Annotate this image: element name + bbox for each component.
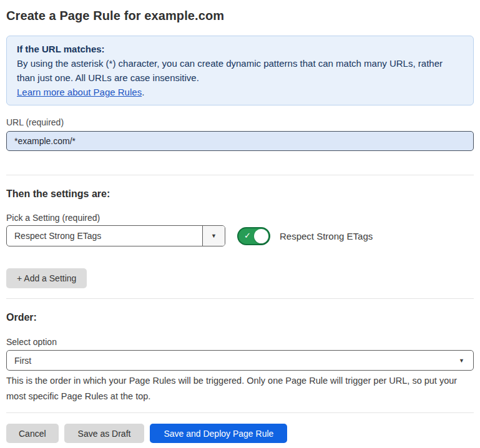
settings-section-heading: Then the settings are: (6, 188, 474, 200)
divider (6, 412, 474, 413)
save-as-draft-button[interactable]: Save as Draft (64, 424, 145, 443)
url-input-value: *example.com/* (14, 136, 76, 146)
etags-toggle-label: Respect Strong ETags (280, 231, 373, 241)
chevron-down-icon: ▼ (211, 233, 217, 239)
link-suffix: . (142, 87, 144, 97)
learn-more-link[interactable]: Learn more about Page Rules (17, 87, 142, 97)
divider (6, 298, 474, 299)
divider (6, 175, 474, 175)
url-field-label: URL (required) (6, 117, 474, 128)
create-page-rule-form: Create a Page Rule for example.com If th… (0, 6, 480, 443)
footer-actions: Cancel Save as Draft Save and Deploy Pag… (6, 424, 474, 443)
order-select-value: First (14, 356, 459, 366)
order-help-text: This is the order in which your Page Rul… (6, 373, 474, 404)
save-and-deploy-button[interactable]: Save and Deploy Page Rule (150, 424, 287, 443)
setting-dropdown-arrow-button[interactable]: ▼ (202, 226, 225, 246)
url-matches-info-box: If the URL matches: By using the asteris… (6, 36, 474, 105)
page-title: Create a Page Rule for example.com (6, 6, 474, 25)
setting-row: Respect Strong ETags ▼ ✓ Respect Strong … (6, 225, 474, 246)
setting-dropdown-value: Respect Strong ETags (7, 226, 202, 246)
info-box-link-line: Learn more about Page Rules. (17, 85, 463, 99)
setting-dropdown[interactable]: Respect Strong ETags ▼ (6, 225, 225, 246)
cancel-button[interactable]: Cancel (6, 424, 59, 443)
order-select[interactable]: First ▼ (6, 350, 474, 371)
check-icon: ✓ (244, 231, 251, 240)
info-box-body: By using the asterisk (*) character, you… (17, 56, 463, 85)
etags-toggle[interactable]: ✓ (237, 227, 270, 245)
info-box-heading: If the URL matches: (17, 42, 463, 56)
order-section-heading: Order: (6, 311, 474, 324)
pick-setting-label: Pick a Setting (required) (6, 212, 474, 223)
toggle-knob (254, 229, 268, 243)
add-setting-button[interactable]: + Add a Setting (6, 268, 87, 288)
select-option-label: Select option (6, 336, 474, 348)
chevron-down-icon: ▼ (459, 358, 464, 364)
url-input[interactable]: *example.com/* (6, 131, 474, 151)
